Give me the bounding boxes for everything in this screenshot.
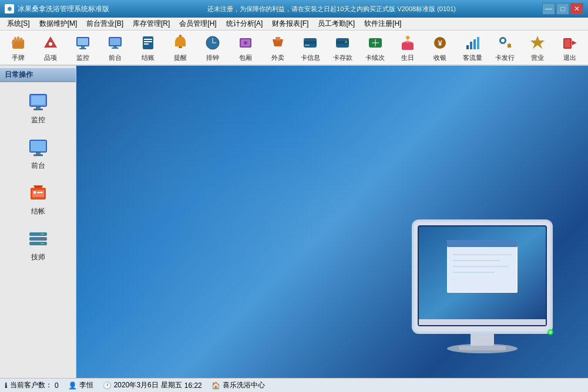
toolbar-生日[interactable]: 生日 [392, 32, 423, 63]
生日-icon [398, 33, 417, 52]
toolbar-手牌[interactable]: 手牌 [2, 32, 33, 63]
svg-rect-63 [33, 191, 36, 194]
desk-icon [27, 137, 49, 159]
close-button[interactable]: ✕ [570, 3, 583, 15]
svg-rect-29 [304, 41, 317, 44]
menu-item[interactable]: 会员管理[H] [174, 18, 221, 30]
menu-item[interactable]: 软件注册[H] [359, 18, 406, 30]
手牌-icon [9, 33, 28, 52]
结账-label: 结账 [142, 53, 154, 62]
svg-point-6 [49, 42, 52, 46]
titlebar-left: ❄ 冰果桑拿洗浴管理系统标准版 [5, 4, 109, 14]
toolbar-外卖[interactable]: 外卖 [262, 32, 293, 63]
sidebar-label: 前台 [31, 161, 45, 171]
menu-item[interactable]: 统计分析[A] [221, 18, 268, 30]
svg-rect-41 [466, 45, 469, 49]
卡信息-icon [301, 33, 320, 52]
monitor-icon [27, 91, 49, 113]
卡发行-icon [496, 33, 515, 52]
svg-rect-81 [448, 248, 516, 292]
company-status: 🏠 喜乐洗浴中心 [211, 380, 265, 390]
svg-rect-19 [179, 46, 182, 48]
menu-item[interactable]: 前台营业[B] [82, 18, 128, 30]
user-name: 李恒 [79, 380, 93, 390]
svg-rect-65 [29, 232, 47, 236]
退出-icon [560, 33, 579, 52]
toolbar-包厢[interactable]: 包厢 [230, 32, 261, 63]
menu-item[interactable]: 财务报表[F] [267, 18, 313, 30]
监控-label: 监控 [76, 53, 89, 62]
maximize-button[interactable]: □ [556, 3, 569, 15]
svg-rect-60 [33, 154, 43, 156]
toolbar-品项[interactable]: 品项 [35, 32, 66, 63]
收银-label: 收银 [434, 53, 446, 62]
svg-rect-58 [31, 141, 46, 151]
menu-item[interactable]: 数据维护[M] [35, 18, 82, 30]
外卖-label: 外卖 [271, 53, 284, 62]
menu-item[interactable]: 员工考勤[K] [313, 18, 359, 30]
toolbar-前台[interactable]: 前台 [100, 32, 131, 63]
sidebar-label: 技师 [31, 252, 45, 262]
svg-rect-8 [78, 38, 88, 45]
svg-rect-36 [402, 43, 414, 50]
company-name: 喜乐洗浴中心 [223, 380, 265, 390]
weekday: 星期五 [161, 380, 182, 390]
tech-icon [27, 228, 49, 251]
sidebar-label: 监控 [31, 115, 45, 125]
monitor-illustration [400, 208, 565, 354]
营业-icon [528, 33, 547, 52]
svg-rect-18 [144, 43, 149, 45]
品项-icon [41, 33, 60, 52]
toolbar-排钟[interactable]: 排钟 [197, 32, 229, 63]
toolbar-收银[interactable]: ¥收银 [425, 32, 456, 63]
svg-rect-64 [37, 192, 43, 193]
svg-point-20 [179, 35, 182, 37]
卡续次-icon [366, 33, 385, 52]
退出-label: 退出 [563, 53, 576, 62]
menu-item[interactable]: 系统[S] [2, 18, 35, 30]
user-icon: 👤 [68, 381, 77, 390]
svg-rect-78 [419, 319, 546, 325]
toolbar-退出[interactable]: 退出 [555, 32, 586, 63]
svg-rect-1 [14, 37, 16, 42]
svg-rect-80 [447, 240, 518, 247]
sidebar-item-前台[interactable]: 前台 [4, 131, 72, 176]
customers-count: 0 [55, 381, 59, 390]
menu-item[interactable]: 库存管理[R] [128, 18, 174, 30]
svg-rect-12 [110, 38, 120, 45]
监控-icon [73, 33, 92, 52]
卡发行-label: 卡发行 [495, 53, 515, 62]
status-bar: ℹ 当前客户数： 0 👤 李恒 🕐 2020年3月6日 星期五 16:22 🏠 … [0, 378, 588, 392]
svg-point-46 [501, 39, 505, 42]
customers-label: 当前客户数： [10, 380, 52, 390]
sidebar-item-技师[interactable]: 技师 [4, 223, 72, 268]
sidebar-item-结帐[interactable]: 结帐 [4, 177, 72, 222]
titlebar-buttons: — □ ✕ [542, 3, 583, 15]
content-area [76, 66, 588, 378]
包厢-icon [236, 33, 255, 52]
排钟-icon [203, 33, 222, 52]
svg-rect-56 [32, 96, 45, 104]
date: 2020年3月6日 [114, 380, 159, 390]
包厢-label: 包厢 [239, 53, 252, 62]
title-bar: ❄ 冰果桑拿洗浴管理系统标准版 还未注册，为保障你的利益，请在安装之日起10天之… [0, 0, 588, 18]
datetime-status: 🕐 2020年3月6日 星期五 16:22 [103, 380, 202, 390]
toolbar-监控[interactable]: 监控 [68, 32, 99, 63]
toolbar-客流量[interactable]: 客流量 [457, 32, 488, 63]
营业-label: 营业 [531, 53, 544, 62]
svg-point-38 [406, 36, 409, 39]
minimize-button[interactable]: — [542, 3, 555, 15]
svg-rect-4 [12, 41, 14, 45]
svg-rect-17 [144, 41, 152, 42]
toolbar-结账[interactable]: 结账 [132, 32, 163, 63]
toolbar-营业[interactable]: 营业 [522, 32, 553, 63]
toolbar-卡信息[interactable]: 卡信息 [295, 32, 326, 63]
titlebar-notice: 还未注册，为保障你的利益，请在安装之日起10天之内购买正式版 V2008标准版 … [121, 5, 542, 13]
toolbar-卡续次[interactable]: 卡续次 [359, 32, 391, 63]
toolbar-卡存款[interactable]: 卡存款 [327, 32, 358, 63]
toolbar-提醒[interactable]: 提醒 [164, 32, 196, 63]
app-title: 冰果桑拿洗浴管理系统标准版 [18, 4, 109, 14]
sidebar-item-监控[interactable]: 监控 [4, 86, 72, 130]
toolbar-卡发行[interactable]: 卡发行 [489, 32, 520, 63]
svg-rect-27 [275, 37, 280, 40]
